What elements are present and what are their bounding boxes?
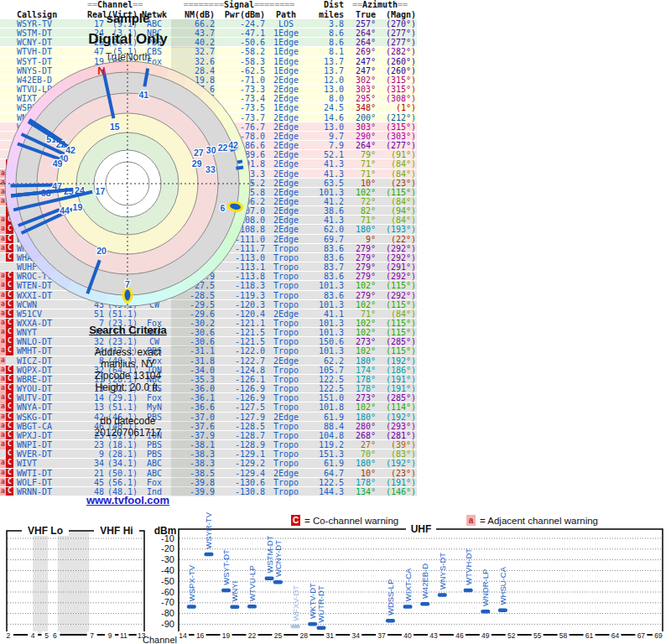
azimuth-magnetic-cell: (23°): [376, 469, 416, 478]
channel-tick-label: 69: [654, 631, 663, 640]
azimuth-magnetic-cell: (91°): [376, 150, 416, 159]
channel-tick-label: 52: [507, 631, 516, 640]
dbm-tick-label: -40: [161, 565, 174, 575]
azimuth-true-cell: 264°: [344, 38, 376, 47]
adjacent-channel-warning: [0, 449, 6, 459]
channel-tick-label: 43: [429, 631, 438, 640]
station-marker: [187, 605, 196, 609]
station-marker: [403, 605, 413, 609]
channel-tick-label: 64: [611, 631, 620, 640]
search-line-height: Height: 20.0 ft.: [0, 382, 256, 393]
azimuth-wheel-sector: [242, 184, 244, 205]
station-marker-label: WCNY-DT: [273, 540, 283, 577]
station-marker-label: WFXV-DT: [291, 585, 300, 621]
azimuth-true-cell: 102°: [344, 402, 376, 412]
spoke-channel-label: 29: [192, 158, 202, 169]
table-row: aCWWTI-DT21(50.1)ABC-38.5-129.42Edge64.7…: [0, 469, 417, 478]
station-marker: [291, 625, 300, 629]
spoke-channel-label: 27: [194, 148, 204, 158]
station-spoke: [237, 161, 242, 162]
report-title: sample: [0, 11, 256, 25]
station-marker-label: WUTR-DT: [316, 585, 325, 623]
azimuth-true-cell: 279°: [344, 253, 376, 262]
station-marker-label: WNYI: [230, 581, 239, 602]
azimuth-true-cell: 295°: [344, 94, 376, 103]
spoke-channel-label: 41: [138, 90, 148, 100]
callsign-cell: WNPI-DT: [17, 440, 87, 449]
spoke-channel-label: 20: [96, 246, 107, 256]
station-marker-label: WSPX-TV: [187, 564, 196, 601]
station-marker: [464, 589, 473, 593]
azimuth-magnetic-cell: (277°): [376, 38, 416, 47]
station-marker: [481, 610, 490, 614]
azimuth-magnetic-cell: (260°): [376, 66, 416, 75]
dbm-tick-label: -50: [161, 576, 174, 586]
table-row: CWVER-DT9(28.1)PBS-38.3-129.1Tropo151.37…: [0, 449, 417, 459]
azimuth-wheel-sector: [107, 67, 128, 69]
channel-tick-label: 37: [377, 631, 386, 640]
dbm-tick-label: -30: [161, 554, 174, 564]
azimuth-magnetic-cell: (292°): [376, 272, 416, 281]
azimuth-magnetic-cell: (22°): [376, 235, 416, 244]
azimuth-true-cell: 9°: [344, 235, 376, 244]
azimuth-true-cell: 279°: [344, 291, 376, 300]
report-subtitle: Digital Only: [0, 31, 256, 48]
azimuth-magnetic-cell: (270°): [376, 19, 416, 29]
azimuth-true-cell: 264°: [344, 29, 376, 38]
azimuth-magnetic-cell: (277°): [376, 29, 416, 38]
azimuth-true-cell: 71°: [344, 169, 376, 179]
azimuth-magnetic-cell: (1°): [376, 103, 416, 112]
channel-tick-label: 34: [351, 631, 360, 640]
spoke-channel-label: 15: [110, 122, 120, 132]
dbm-tick-label: -20: [161, 543, 174, 553]
spoke-channel-label: 44: [60, 205, 70, 216]
azimuth-true-cell: 102°: [344, 188, 376, 197]
azimuth-magnetic-cell: (115°): [376, 346, 416, 356]
station-marker: [386, 619, 395, 623]
azimuth-magnetic-cell: (191°): [376, 384, 416, 393]
table-row: aCWIVT34(34.1)ABC-38.3-129.2Tropo61.9180…: [0, 459, 417, 468]
channel-tick-label: 4: [31, 631, 35, 640]
station-marker-label: WHSU-CA: [498, 566, 507, 605]
azimuth-magnetic-cell: (315°): [376, 85, 416, 94]
azimuth-magnetic-cell: (291°): [376, 262, 416, 272]
azimuth-true-cell: 178°: [344, 375, 376, 384]
azimuth-wheel-sector: [12, 203, 17, 224]
spoke-channel-label: 30: [206, 145, 216, 155]
channel-tick-label: 7: [90, 631, 94, 640]
station-marker: [316, 626, 325, 631]
azimuth-true-cell: 178°: [344, 384, 376, 393]
svg-text:C: C: [293, 516, 299, 525]
azimuth-magnetic-cell: (115°): [376, 300, 416, 309]
azimuth-magnetic-cell: (191°): [376, 478, 416, 487]
azimuth-true-cell: 247°: [344, 66, 376, 75]
callsign-cell: WOLF-DT: [17, 478, 87, 487]
azimuth-magnetic-cell: (260°): [376, 57, 416, 66]
azimuth-magnetic-cell: (285°): [376, 337, 416, 346]
azimuth-true-cell: 178°: [344, 478, 376, 487]
azimuth-magnetic-cell: (192°): [376, 356, 416, 366]
co-channel-warning: C: [6, 440, 13, 449]
adjacent-channel-warning: a: [0, 459, 6, 468]
station-marker: [230, 605, 239, 610]
station-spoke: [236, 168, 243, 169]
azimuth-true-cell: 279°: [344, 262, 376, 272]
azimuth-true-cell: 71°: [344, 309, 376, 319]
dbm-tick-label: -80: [161, 608, 174, 618]
station-marker-label: WDSS-LP: [386, 579, 395, 615]
azimuth-magnetic-cell: (192°): [376, 413, 416, 422]
station-marker-label: WIXT-CA: [403, 568, 413, 601]
callsign-cell: WWTI-DT: [17, 469, 87, 478]
azimuth-true-cell: 280°: [344, 422, 376, 431]
channel-tick-label: 22: [248, 631, 257, 640]
azimuth-true-cell: 71°: [344, 216, 376, 225]
channel-tick-label: 28: [300, 631, 309, 640]
tvfool-link[interactable]: www.tvfool.com: [0, 494, 256, 506]
azimuth-magnetic-cell: (39°): [376, 440, 416, 449]
co-channel-warning: C: [6, 478, 13, 487]
dbm-tick-label: -10: [161, 533, 174, 543]
azimuth-true-cell: 279°: [344, 272, 376, 281]
azimuth-true-cell: 180°: [344, 459, 376, 468]
channel-tick-label: 19: [222, 631, 231, 640]
azimuth-magnetic-cell: (84°): [376, 159, 416, 169]
